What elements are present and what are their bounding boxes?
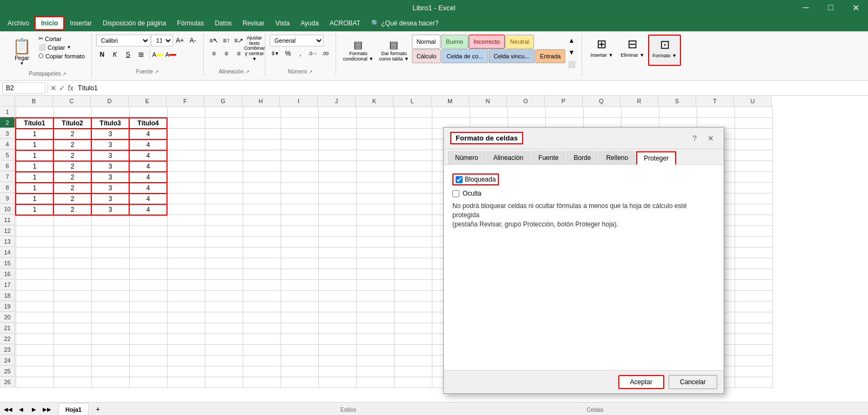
maximize-button[interactable]: □ <box>818 0 843 15</box>
cell-f7[interactable] <box>167 172 205 183</box>
fill-color-button[interactable]: A <box>152 49 164 61</box>
sheet-forward-button[interactable]: ▶ <box>28 403 40 415</box>
comma-button[interactable]: , <box>295 48 306 59</box>
cell-i9[interactable] <box>281 193 318 204</box>
cell-l9[interactable] <box>394 193 432 204</box>
cell-g9[interactable] <box>205 193 243 204</box>
increase-font-button[interactable]: A+ <box>174 35 186 46</box>
align-top-left-button[interactable]: ≡↖ <box>208 35 220 46</box>
row-header-5[interactable]: 5 <box>0 150 15 160</box>
cell-j1[interactable] <box>318 107 356 118</box>
font-color-button[interactable]: A <box>165 49 177 61</box>
cell-e1[interactable] <box>129 107 167 118</box>
copy-format-button[interactable]: ⬡ Copiar formato <box>36 52 87 60</box>
row-header-12[interactable]: 12 <box>0 225 15 236</box>
cell-g2[interactable] <box>205 118 243 129</box>
cell-g10[interactable] <box>205 204 243 215</box>
cell-d2[interactable]: Título3 <box>91 118 129 129</box>
cell-u1[interactable] <box>735 107 772 118</box>
dialog-tab-proteger[interactable]: Proteger <box>636 151 676 165</box>
cancel-formula-icon[interactable]: ✕ <box>50 84 57 92</box>
oculta-checkbox[interactable] <box>452 190 459 197</box>
cell-h4[interactable] <box>243 139 281 150</box>
cell-c6[interactable]: 2 <box>54 161 91 172</box>
estilos-more[interactable]: ⬜ <box>565 58 577 70</box>
cell-h2[interactable] <box>243 118 281 129</box>
cell-b4[interactable]: 1 <box>16 139 54 150</box>
cell-h7[interactable] <box>243 172 281 183</box>
cell-f8[interactable] <box>167 183 205 193</box>
estilos-down[interactable]: ▼ <box>565 46 577 58</box>
confirm-formula-icon[interactable]: ✓ <box>59 84 65 92</box>
cell-c5[interactable]: 2 <box>54 150 91 161</box>
align-right-button[interactable]: ≡ <box>233 48 245 59</box>
formula-input[interactable] <box>76 84 866 92</box>
cell-i2[interactable] <box>281 118 318 129</box>
cell-k6[interactable] <box>356 161 394 172</box>
estilos-up[interactable]: ▲ <box>565 35 577 46</box>
menu-insertar[interactable]: Insertar <box>64 17 97 29</box>
cell-g3[interactable] <box>205 129 243 139</box>
row-header-26[interactable]: 26 <box>0 377 15 387</box>
estilo-neutral-button[interactable]: Neutral <box>505 35 534 49</box>
dar-formato-button[interactable]: ▤ Dar formatocomo tabla ▼ <box>376 35 411 66</box>
cell-e3[interactable]: 4 <box>129 129 167 139</box>
cell-l5[interactable] <box>394 150 432 161</box>
row-header-16[interactable]: 16 <box>0 269 15 279</box>
estilo-celda-vin-button[interactable]: Celda vincu... <box>489 49 535 63</box>
cell-h10[interactable] <box>243 204 281 215</box>
cell-j10[interactable] <box>318 204 356 215</box>
row-header-4[interactable]: 4 <box>0 139 15 150</box>
cell-c11[interactable] <box>54 215 91 226</box>
cell-c3[interactable]: 2 <box>54 129 91 139</box>
cell-i1[interactable] <box>281 107 318 118</box>
cell-u4[interactable] <box>735 139 772 150</box>
cell-b8[interactable]: 1 <box>16 183 54 193</box>
menu-archivo[interactable]: Archivo <box>2 17 35 29</box>
menu-ayuda[interactable]: Ayuda <box>295 17 324 29</box>
percent-button[interactable]: % <box>282 48 294 59</box>
cell-j9[interactable] <box>318 193 356 204</box>
cell-d3[interactable]: 3 <box>91 129 129 139</box>
cell-f3[interactable] <box>167 129 205 139</box>
estilo-normal-button[interactable]: Normal <box>412 35 440 49</box>
cell-f2[interactable] <box>167 118 205 129</box>
cell-j2[interactable] <box>318 118 356 129</box>
cell-g4[interactable] <box>205 139 243 150</box>
decrease-decimal-button[interactable]: .00 <box>319 48 331 59</box>
cell-e8[interactable]: 4 <box>129 183 167 193</box>
menu-datos[interactable]: Datos <box>209 17 237 29</box>
cell-h3[interactable] <box>243 129 281 139</box>
cell-k10[interactable] <box>356 204 394 215</box>
align-center-button[interactable]: ≡ <box>221 48 232 59</box>
dialog-tab-relleno[interactable]: Relleno <box>599 151 635 164</box>
cell-c4[interactable]: 2 <box>54 139 91 150</box>
cell-d7[interactable]: 3 <box>91 172 129 183</box>
cell-d9[interactable]: 3 <box>91 193 129 204</box>
row-header-11[interactable]: 11 <box>0 215 15 225</box>
row-header-24[interactable]: 24 <box>0 355 15 366</box>
row-header-25[interactable]: 25 <box>0 366 15 377</box>
bloqueada-checkbox[interactable] <box>456 176 463 183</box>
paste-button[interactable]: 📋 Pegar ▼ <box>9 35 35 69</box>
cell-h6[interactable] <box>243 161 281 172</box>
function-icon[interactable]: fx <box>68 84 74 92</box>
cell-g1[interactable] <box>205 107 243 118</box>
align-left-button[interactable]: ≡ <box>208 48 220 59</box>
cell-c10[interactable]: 2 <box>54 204 91 215</box>
cell-b6[interactable]: 1 <box>16 161 54 172</box>
row-header-13[interactable]: 13 <box>0 236 15 247</box>
cell-j3[interactable] <box>318 129 356 139</box>
align-top-center-button[interactable]: ≡↑ <box>221 35 232 46</box>
cell-u2[interactable] <box>735 118 772 129</box>
cell-f6[interactable] <box>167 161 205 172</box>
cell-c9[interactable]: 2 <box>54 193 91 204</box>
formato-condicional-button[interactable]: ▤ Formatocondicional ▼ <box>340 35 376 66</box>
cell-l4[interactable] <box>394 139 432 150</box>
cell-k2[interactable] <box>356 118 394 129</box>
cell-u7[interactable] <box>735 172 772 183</box>
cell-e4[interactable]: 4 <box>129 139 167 150</box>
copy-dropdown[interactable]: ▼ <box>66 45 71 50</box>
dialog-tab-fuente[interactable]: Fuente <box>531 151 565 164</box>
minimize-button[interactable]: ─ <box>793 0 818 15</box>
